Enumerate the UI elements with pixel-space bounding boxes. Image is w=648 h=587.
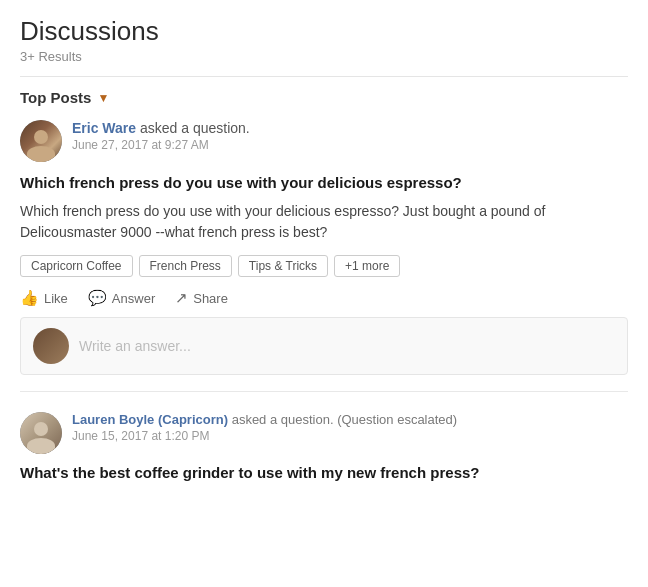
- post-date-2: June 15, 2017 at 1:20 PM: [72, 429, 457, 443]
- results-count: 3+ Results: [20, 49, 628, 64]
- post-author-line: Eric Ware asked a question.: [72, 120, 250, 136]
- post-meta: Eric Ware asked a question. June 27, 201…: [72, 120, 250, 152]
- post-header-2: Lauren Boyle (Capricorn) asked a questio…: [20, 412, 628, 454]
- tag-tips-tricks[interactable]: Tips & Tricks: [238, 255, 328, 277]
- tag-more[interactable]: +1 more: [334, 255, 400, 277]
- like-label: Like: [44, 291, 68, 306]
- share-icon: ↗: [175, 289, 188, 307]
- author-name-2[interactable]: Lauren Boyle (Capricorn): [72, 412, 228, 427]
- dropdown-arrow-icon: ▼: [97, 91, 109, 105]
- post-meta-2: Lauren Boyle (Capricorn) asked a questio…: [72, 412, 457, 443]
- author-action-2: asked a question. (Question escalated): [232, 412, 457, 427]
- answer-button[interactable]: 💬 Answer: [88, 289, 155, 307]
- post-title: Which french press do you use with your …: [20, 172, 628, 193]
- share-label: Share: [193, 291, 228, 306]
- avatar-lauren: [20, 412, 62, 454]
- tags-row: Capricorn Coffee French Press Tips & Tri…: [20, 255, 628, 277]
- author-action: asked a question.: [140, 120, 250, 136]
- avatar-image-eric: [20, 120, 62, 162]
- avatar-eric: [20, 120, 62, 162]
- answer-icon: 💬: [88, 289, 107, 307]
- post-card-1: Eric Ware asked a question. June 27, 201…: [20, 120, 628, 392]
- post-body: Which french press do you use with your …: [20, 201, 628, 243]
- post-author-line-2: Lauren Boyle (Capricorn) asked a questio…: [72, 412, 457, 427]
- like-icon: 👍: [20, 289, 39, 307]
- author-name[interactable]: Eric Ware: [72, 120, 136, 136]
- answer-placeholder[interactable]: Write an answer...: [79, 338, 615, 354]
- share-button[interactable]: ↗ Share: [175, 289, 228, 307]
- page-title: Discussions: [20, 16, 628, 47]
- post-date: June 27, 2017 at 9:27 AM: [72, 138, 250, 152]
- discussions-page: Discussions 3+ Results Top Posts ▼ Eric …: [0, 0, 648, 507]
- divider: [20, 76, 628, 77]
- post-card-2: Lauren Boyle (Capricorn) asked a questio…: [20, 408, 628, 483]
- top-posts-filter[interactable]: Top Posts ▼: [20, 89, 628, 106]
- current-user-avatar: [33, 328, 69, 364]
- actions-row: 👍 Like 💬 Answer ↗ Share: [20, 289, 628, 307]
- tag-capricorn-coffee[interactable]: Capricorn Coffee: [20, 255, 133, 277]
- like-button[interactable]: 👍 Like: [20, 289, 68, 307]
- post-title-2: What's the best coffee grinder to use wi…: [20, 462, 628, 483]
- avatar-image-lauren: [20, 412, 62, 454]
- answer-box[interactable]: Write an answer...: [20, 317, 628, 375]
- answer-label: Answer: [112, 291, 155, 306]
- top-posts-label: Top Posts: [20, 89, 91, 106]
- tag-french-press[interactable]: French Press: [139, 255, 232, 277]
- post-header: Eric Ware asked a question. June 27, 201…: [20, 120, 628, 162]
